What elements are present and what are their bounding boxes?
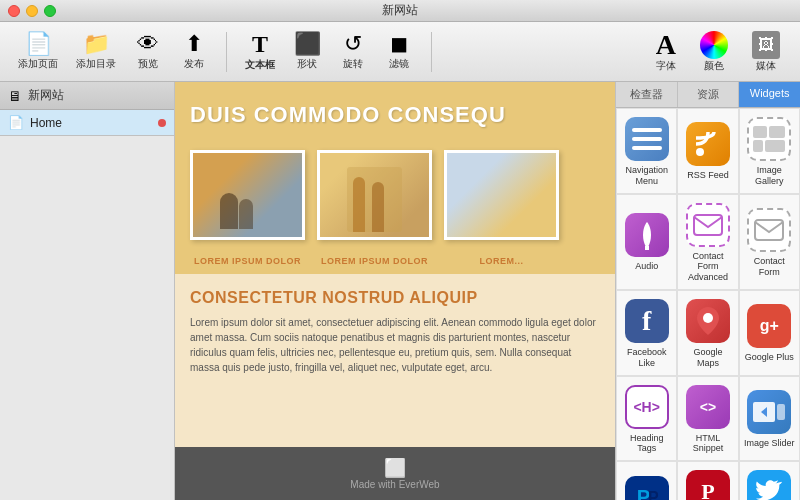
photo-1[interactable]	[190, 150, 305, 240]
widget-rss-feed[interactable]: RSS Feed	[677, 108, 738, 194]
toolbar-right-group: A 字体 颜色 🖼 媒体	[646, 27, 790, 77]
heading-tags-label: Heading Tags	[621, 433, 672, 455]
font-icon: A	[656, 31, 676, 59]
page-indicator-dot	[158, 119, 166, 127]
svg-point-3	[696, 148, 704, 156]
svg-rect-10	[694, 215, 722, 235]
sidebar-item-label: Home	[30, 116, 62, 130]
contact-form-icon	[747, 208, 791, 252]
svg-rect-2	[632, 146, 662, 150]
font-label: 字体	[656, 59, 676, 73]
widget-facebook-like[interactable]: f Facebook Like	[616, 290, 677, 376]
titlebar: 新网站	[0, 0, 800, 22]
shape-button[interactable]: ⬛ 形状	[285, 29, 329, 75]
photo-label-3: LOREM...	[444, 256, 559, 266]
filter-icon: ◼	[390, 33, 408, 55]
widget-paypal[interactable]: PP Paypal	[616, 461, 677, 500]
rss-feed-label: RSS Feed	[687, 170, 729, 181]
shape-label: 形状	[297, 57, 317, 71]
footer-text: Made with EverWeb	[185, 479, 605, 490]
svg-rect-0	[632, 128, 662, 132]
canvas-photo-labels: LOREM IPSUM DOLOR LOREM IPSUM DOLOR LORE…	[175, 252, 615, 274]
widget-contact-form[interactable]: Contact Form	[739, 194, 800, 290]
contact-form-label: Contact Form	[744, 256, 795, 278]
paypal-icon: PP	[625, 476, 669, 500]
google-plus-label: Google Plus	[745, 352, 794, 363]
widget-html-snippet[interactable]: <> HTML Snippet	[677, 376, 738, 462]
media-label: 媒体	[756, 59, 776, 73]
widget-audio[interactable]: Audio	[616, 194, 677, 290]
widget-twitter[interactable]: Twitter Follow Me	[739, 461, 800, 500]
textbox-button[interactable]: T 文本框	[237, 28, 283, 76]
image-slider-icon	[747, 390, 791, 434]
canvas-footer: ⬜ Made with EverWeb	[175, 447, 615, 500]
toolbar-left-group: 📄 添加页面 📁 添加目录 👁 预览 ⬆ 发布	[10, 29, 216, 75]
audio-label: Audio	[635, 261, 658, 272]
tab-resources[interactable]: 资源	[678, 82, 740, 107]
color-label: 颜色	[704, 59, 724, 73]
filter-button[interactable]: ◼ 滤镜	[377, 29, 421, 75]
maximize-button[interactable]	[44, 5, 56, 17]
contact-form-advanced-label: Contact Form Advanced	[682, 251, 733, 283]
google-plus-icon: g+	[747, 304, 791, 348]
canvas-section: CONSECTETUR NOSTRUD ALIQUIP Lorem ipsum …	[175, 274, 615, 395]
svg-rect-6	[753, 140, 763, 152]
twitter-icon	[747, 470, 791, 500]
widget-google-maps[interactable]: Google Maps	[677, 290, 738, 376]
rotate-icon: ↺	[344, 33, 362, 55]
navigation-menu-label: Navigation Menu	[621, 165, 672, 187]
preview-label: 预览	[138, 57, 158, 71]
right-panel: 检查器 资源 Widgets Navigation Menu RSS Feed	[615, 82, 800, 500]
widget-image-slider[interactable]: Image Slider	[739, 376, 800, 462]
color-button[interactable]: 颜色	[690, 27, 738, 77]
image-gallery-label: Image Gallery	[744, 165, 795, 187]
facebook-like-label: Facebook Like	[621, 347, 672, 369]
window-title: 新网站	[382, 2, 418, 19]
google-maps-label: Google Maps	[682, 347, 733, 369]
widget-image-gallery[interactable]: Image Gallery	[739, 108, 800, 194]
widget-google-plus[interactable]: g+ Google Plus	[739, 290, 800, 376]
tab-widgets[interactable]: Widgets	[739, 82, 800, 107]
photo-2[interactable]	[317, 150, 432, 240]
sidebar-item-home[interactable]: 📄 Home	[0, 110, 174, 136]
add-page-button[interactable]: 📄 添加页面	[10, 29, 66, 75]
section-text: Lorem ipsum dolor sit amet, consectetuer…	[190, 315, 600, 375]
google-maps-icon	[686, 299, 730, 343]
image-gallery-icon	[747, 117, 791, 161]
audio-icon	[625, 213, 669, 257]
font-button[interactable]: A 字体	[646, 27, 686, 77]
add-directory-button[interactable]: 📁 添加目录	[68, 29, 124, 75]
widgets-grid: Navigation Menu RSS Feed	[616, 108, 800, 500]
widget-contact-form-advanced[interactable]: Contact Form Advanced	[677, 194, 738, 290]
publish-button[interactable]: ⬆ 发布	[172, 29, 216, 75]
widget-pinterest[interactable]: P Pinterest Pin It	[677, 461, 738, 500]
svg-rect-5	[769, 126, 785, 138]
shape-icon: ⬛	[294, 33, 321, 55]
tab-inspector[interactable]: 检查器	[616, 82, 678, 107]
toolbar: 📄 添加页面 📁 添加目录 👁 预览 ⬆ 发布 T 文本框 ⬛ 形状 ↺ 旋转	[0, 22, 800, 82]
minimize-button[interactable]	[26, 5, 38, 17]
add-directory-icon: 📁	[83, 33, 110, 55]
widget-heading-tags[interactable]: <H> Heading Tags	[616, 376, 677, 462]
contact-form-advanced-icon	[686, 203, 730, 247]
site-icon: 🖥	[8, 88, 22, 104]
close-button[interactable]	[8, 5, 20, 17]
canvas-hero: DUIS COMMODO CONSEQU	[175, 82, 615, 138]
rss-feed-icon	[686, 122, 730, 166]
widget-navigation-menu[interactable]: Navigation Menu	[616, 108, 677, 194]
photo-3[interactable]	[444, 150, 559, 240]
rotate-button[interactable]: ↺ 旋转	[331, 29, 375, 75]
preview-icon: 👁	[137, 33, 159, 55]
media-button[interactable]: 🖼 媒体	[742, 27, 790, 77]
html-snippet-label: HTML Snippet	[682, 433, 733, 455]
add-page-label: 添加页面	[18, 57, 58, 71]
sidebar: 🖥 新网站 📄 Home	[0, 82, 175, 500]
photo-label-2: LOREM IPSUM DOLOR	[317, 256, 432, 266]
svg-rect-11	[755, 220, 783, 240]
sidebar-header: 🖥 新网站	[0, 82, 174, 110]
toolbar-separator-1	[226, 32, 227, 72]
site-name: 新网站	[28, 87, 64, 104]
section-title: CONSECTETUR NOSTRUD ALIQUIP	[190, 289, 600, 307]
image-slider-label: Image Slider	[744, 438, 795, 449]
preview-button[interactable]: 👁 预览	[126, 29, 170, 75]
